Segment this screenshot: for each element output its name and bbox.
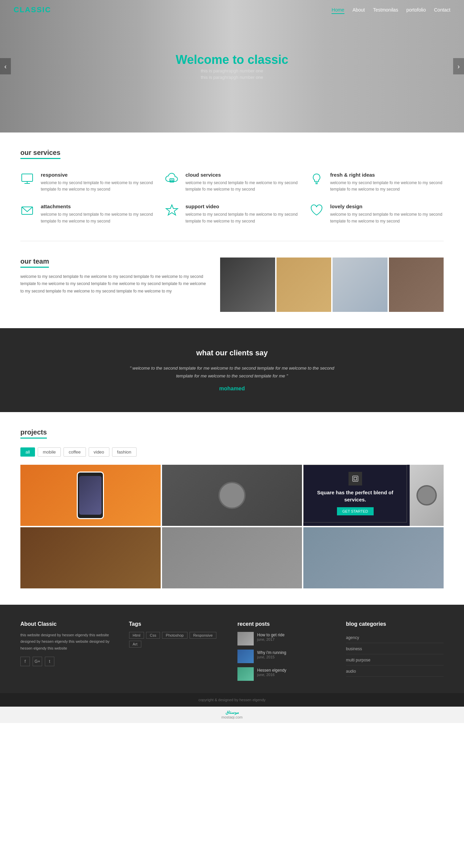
recent-post-date-3: june, 2016 xyxy=(257,673,286,677)
service-design-desc: welcome to my second template fo me welc… xyxy=(330,211,444,224)
recent-post-date-1: june, 2017 xyxy=(257,637,285,641)
facebook-link[interactable]: f xyxy=(20,657,30,666)
hero-para2: this is paraghrapgh number one xyxy=(176,75,288,80)
cloud-icon xyxy=(165,172,180,187)
nav-item-contact[interactable]: Contact xyxy=(434,7,450,13)
nav-item-home[interactable]: Home xyxy=(332,7,344,13)
hero-prev-button[interactable]: ‹ xyxy=(0,58,11,74)
recent-post-1: How to get ride june, 2017 xyxy=(237,632,335,645)
project-filters: all mobile coffee video fashion xyxy=(20,447,444,457)
svg-rect-10 xyxy=(354,477,357,480)
team-text: our team welcome to my second template f… xyxy=(20,258,207,312)
blog-cat-multipurpose: multi purpose xyxy=(346,654,444,666)
brand-logo[interactable]: CLASSIC xyxy=(14,5,51,14)
footer-about: About Classic this website designed by h… xyxy=(20,621,118,685)
projects-grid: Square has the perfect blend of services… xyxy=(20,465,444,588)
tag-responsive[interactable]: Responsive xyxy=(190,632,216,639)
footer-copyright: copyright & designed by hessen elgendy xyxy=(0,693,464,707)
service-ideas-desc: welcome to my second template fo me welc… xyxy=(330,180,444,193)
hero-title: Welcome to classic xyxy=(176,53,288,67)
star-icon xyxy=(165,203,180,218)
hero-para1: this is paraghrapgh number one xyxy=(176,68,288,73)
tag-art[interactable]: Art xyxy=(129,641,141,648)
filter-all[interactable]: all xyxy=(20,447,35,457)
testimonial-title: what our clients say xyxy=(20,349,444,357)
lightbulb-icon xyxy=(310,172,325,187)
svg-marker-8 xyxy=(166,205,178,215)
blog-cat-agency: agency xyxy=(346,632,444,643)
recent-post-link-1[interactable]: How to get ride xyxy=(257,633,285,637)
footer-recent-title: recent posts xyxy=(237,621,335,627)
filter-video[interactable]: video xyxy=(89,447,109,457)
recent-post-img-3 xyxy=(237,667,254,681)
footer-tags-list: Html Css Photoshop Responsive Art xyxy=(129,632,227,648)
svg-rect-0 xyxy=(22,174,33,181)
recent-post-2: Why i'm running june, 2015 xyxy=(237,650,335,663)
services-title: our services xyxy=(20,149,60,159)
square-ad-button[interactable]: GET STARTED xyxy=(337,507,374,515)
project-card-desk[interactable] xyxy=(303,527,444,588)
service-cloud-desc: welcome to my second template fo me welc… xyxy=(185,180,299,193)
recent-post-link-2[interactable]: Why i'm running xyxy=(257,650,286,655)
testimonial-section: what our clients say " welcome to the se… xyxy=(0,328,464,412)
team-image-4 xyxy=(389,258,444,312)
footer-social: f G+ t xyxy=(20,657,118,666)
tag-html[interactable]: Html xyxy=(129,632,144,639)
team-images xyxy=(220,258,444,312)
tag-css[interactable]: Css xyxy=(146,632,160,639)
nav-item-portfolio[interactable]: portofolio xyxy=(406,7,426,13)
services-section: our services responsive welcome to my se… xyxy=(0,132,464,241)
heart-icon xyxy=(310,203,325,218)
footer-about-text: this website designed by hessen elgendy … xyxy=(20,632,118,652)
team-section: our team welcome to my second template f… xyxy=(0,241,464,328)
service-item-cloud: cloud services welcome to my second temp… xyxy=(165,172,299,193)
hero-next-button[interactable]: › xyxy=(453,58,464,74)
twitter-link[interactable]: t xyxy=(45,657,54,666)
footer-tags-title: Tags xyxy=(129,621,227,627)
service-responsive-title: responsive xyxy=(41,172,154,178)
blog-cat-audio: audio xyxy=(346,666,444,677)
navbar: CLASSIC Home About Testmonilas portofoli… xyxy=(0,0,464,20)
footer: About Classic this website designed by h… xyxy=(0,605,464,693)
service-item-design: lovely design welcome to my second templ… xyxy=(310,203,444,224)
tag-photoshop[interactable]: Photoshop xyxy=(162,632,188,639)
services-grid: responsive welcome to my second template… xyxy=(20,172,444,225)
service-support-title: support video xyxy=(185,203,299,209)
filter-mobile[interactable]: mobile xyxy=(38,447,61,457)
filter-coffee[interactable]: coffee xyxy=(64,447,86,457)
nav-item-testimonials[interactable]: Testmonilas xyxy=(373,7,398,13)
hero-section: ‹ Welcome to classic this is paraghrapgh… xyxy=(0,0,464,132)
testimonial-author: mohamed xyxy=(20,386,444,392)
service-design-title: lovely design xyxy=(330,203,444,209)
team-title: our team xyxy=(20,258,49,268)
monitor-icon xyxy=(20,172,35,187)
footer-blog-categories: blog categories agency business multi pu… xyxy=(346,621,444,685)
team-image-1 xyxy=(220,258,275,312)
svg-rect-9 xyxy=(353,476,358,481)
recent-post-img-1 xyxy=(237,632,254,645)
googleplus-link[interactable]: G+ xyxy=(33,657,42,666)
footer-tags: Tags Html Css Photoshop Responsive Art xyxy=(129,621,227,685)
service-attachments-title: attachments xyxy=(41,203,154,209)
project-card-coffee2[interactable] xyxy=(20,527,161,588)
hero-content: Welcome to classic this is paraghrapgh n… xyxy=(176,53,288,80)
service-item-attachments: attachments welcome to my second templat… xyxy=(20,203,154,224)
nav-item-about[interactable]: About xyxy=(353,7,365,13)
service-item-support: support video welcome to my second templ… xyxy=(165,203,299,224)
project-card-coffee1[interactable] xyxy=(162,465,302,526)
project-card-square-ad[interactable]: Square has the perfect blend of services… xyxy=(303,465,444,526)
project-card-mobile[interactable] xyxy=(20,465,161,526)
service-attachments-desc: welcome to my second template fo me welc… xyxy=(41,211,154,224)
team-image-2 xyxy=(276,258,331,312)
filter-fashion[interactable]: fashion xyxy=(112,447,137,457)
recent-post-date-2: june, 2015 xyxy=(257,655,286,659)
recent-post-img-2 xyxy=(237,650,254,663)
service-responsive-desc: welcome to my second template fo me welc… xyxy=(41,180,154,193)
recent-post-link-3[interactable]: Hessen elgendy xyxy=(257,668,286,673)
service-item-responsive: responsive welcome to my second template… xyxy=(20,172,154,193)
footer-blog-title: blog categories xyxy=(346,621,444,627)
projects-section: projects all mobile coffee video fashion xyxy=(0,412,464,605)
service-ideas-title: fresh & right ideas xyxy=(330,172,444,178)
nav-links: Home About Testmonilas portofolio Contac… xyxy=(332,7,450,13)
project-card-laptop[interactable] xyxy=(162,527,302,588)
